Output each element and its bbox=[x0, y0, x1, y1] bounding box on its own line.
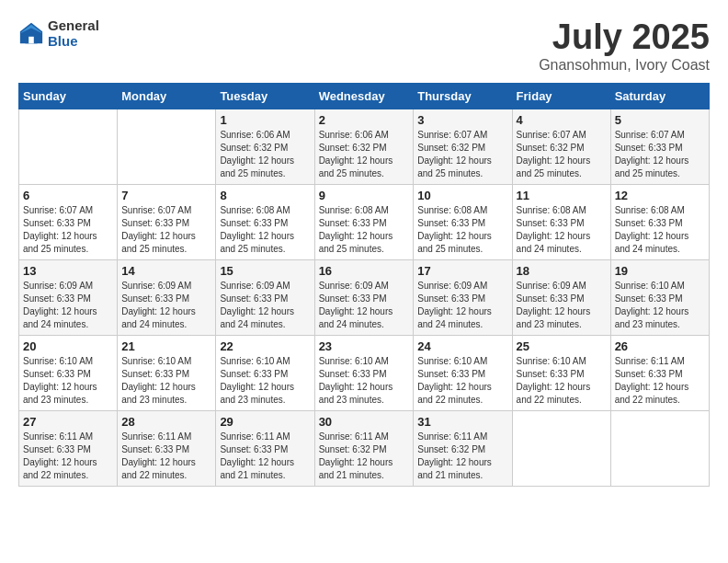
calendar-cell: 25Sunrise: 6:10 AM Sunset: 6:33 PM Dayli… bbox=[512, 335, 610, 410]
day-number: 28 bbox=[121, 415, 211, 429]
calendar-table: SundayMondayTuesdayWednesdayThursdayFrid… bbox=[18, 83, 710, 487]
title-block: July 2025 Gnansohmun, Ivory Coast bbox=[539, 18, 710, 74]
day-info: Sunrise: 6:09 AM Sunset: 6:33 PM Dayligh… bbox=[517, 280, 607, 331]
logo-general: General bbox=[48, 18, 99, 34]
calendar-cell: 6Sunrise: 6:07 AM Sunset: 6:33 PM Daylig… bbox=[19, 184, 118, 259]
calendar-cell: 13Sunrise: 6:09 AM Sunset: 6:33 PM Dayli… bbox=[19, 259, 118, 335]
weekday-header-friday: Friday bbox=[512, 83, 610, 109]
day-number: 27 bbox=[23, 415, 113, 429]
calendar-cell: 22Sunrise: 6:10 AM Sunset: 6:33 PM Dayli… bbox=[216, 335, 314, 410]
calendar-cell: 18Sunrise: 6:09 AM Sunset: 6:33 PM Dayli… bbox=[512, 259, 610, 335]
day-info: Sunrise: 6:11 AM Sunset: 6:33 PM Dayligh… bbox=[121, 431, 211, 482]
calendar-cell: 20Sunrise: 6:10 AM Sunset: 6:33 PM Dayli… bbox=[19, 335, 118, 410]
calendar-cell: 11Sunrise: 6:08 AM Sunset: 6:33 PM Dayli… bbox=[512, 184, 610, 259]
day-number: 22 bbox=[220, 339, 310, 353]
calendar-cell: 7Sunrise: 6:07 AM Sunset: 6:33 PM Daylig… bbox=[118, 184, 216, 259]
day-info: Sunrise: 6:06 AM Sunset: 6:32 PM Dayligh… bbox=[220, 129, 310, 180]
day-info: Sunrise: 6:10 AM Sunset: 6:33 PM Dayligh… bbox=[121, 355, 211, 407]
day-number: 5 bbox=[615, 113, 705, 127]
calendar-week-row: 6Sunrise: 6:07 AM Sunset: 6:33 PM Daylig… bbox=[19, 184, 710, 259]
calendar-week-row: 13Sunrise: 6:09 AM Sunset: 6:33 PM Dayli… bbox=[19, 259, 710, 335]
calendar-cell: 10Sunrise: 6:08 AM Sunset: 6:33 PM Dayli… bbox=[414, 184, 512, 259]
day-info: Sunrise: 6:11 AM Sunset: 6:32 PM Dayligh… bbox=[417, 431, 507, 482]
weekday-header-row: SundayMondayTuesdayWednesdayThursdayFrid… bbox=[19, 83, 710, 109]
day-info: Sunrise: 6:11 AM Sunset: 6:32 PM Dayligh… bbox=[319, 431, 410, 482]
svg-rect-3 bbox=[28, 36, 34, 42]
day-number: 8 bbox=[220, 189, 310, 202]
day-info: Sunrise: 6:11 AM Sunset: 6:33 PM Dayligh… bbox=[23, 431, 113, 482]
day-info: Sunrise: 6:07 AM Sunset: 6:33 PM Dayligh… bbox=[615, 129, 705, 180]
day-number: 1 bbox=[220, 113, 310, 127]
calendar-cell bbox=[512, 410, 610, 486]
calendar-cell: 19Sunrise: 6:10 AM Sunset: 6:33 PM Dayli… bbox=[610, 259, 709, 335]
calendar-cell: 8Sunrise: 6:08 AM Sunset: 6:33 PM Daylig… bbox=[216, 184, 314, 259]
day-info: Sunrise: 6:08 AM Sunset: 6:33 PM Dayligh… bbox=[615, 204, 705, 256]
day-info: Sunrise: 6:08 AM Sunset: 6:33 PM Dayligh… bbox=[319, 204, 410, 256]
day-info: Sunrise: 6:09 AM Sunset: 6:33 PM Dayligh… bbox=[319, 280, 410, 331]
day-info: Sunrise: 6:09 AM Sunset: 6:33 PM Dayligh… bbox=[121, 280, 211, 331]
day-info: Sunrise: 6:07 AM Sunset: 6:33 PM Dayligh… bbox=[121, 204, 211, 256]
day-info: Sunrise: 6:08 AM Sunset: 6:33 PM Dayligh… bbox=[417, 204, 507, 256]
day-info: Sunrise: 6:06 AM Sunset: 6:32 PM Dayligh… bbox=[319, 129, 410, 180]
day-number: 29 bbox=[220, 415, 310, 429]
weekday-header-thursday: Thursday bbox=[414, 83, 512, 109]
day-number: 20 bbox=[23, 339, 113, 353]
day-number: 10 bbox=[417, 189, 507, 202]
day-info: Sunrise: 6:09 AM Sunset: 6:33 PM Dayligh… bbox=[220, 280, 310, 331]
day-info: Sunrise: 6:10 AM Sunset: 6:33 PM Dayligh… bbox=[517, 355, 607, 407]
calendar-cell: 9Sunrise: 6:08 AM Sunset: 6:33 PM Daylig… bbox=[314, 184, 414, 259]
day-number: 25 bbox=[517, 339, 607, 353]
day-number: 12 bbox=[615, 189, 705, 202]
day-info: Sunrise: 6:08 AM Sunset: 6:33 PM Dayligh… bbox=[220, 204, 310, 256]
calendar-cell: 21Sunrise: 6:10 AM Sunset: 6:33 PM Dayli… bbox=[118, 335, 216, 410]
calendar-cell: 27Sunrise: 6:11 AM Sunset: 6:33 PM Dayli… bbox=[19, 410, 118, 486]
day-info: Sunrise: 6:11 AM Sunset: 6:33 PM Dayligh… bbox=[220, 431, 310, 482]
calendar-cell: 15Sunrise: 6:09 AM Sunset: 6:33 PM Dayli… bbox=[216, 259, 314, 335]
day-number: 2 bbox=[319, 113, 410, 127]
day-info: Sunrise: 6:07 AM Sunset: 6:33 PM Dayligh… bbox=[23, 204, 113, 256]
calendar-subtitle: Gnansohmun, Ivory Coast bbox=[539, 57, 710, 74]
calendar-cell: 2Sunrise: 6:06 AM Sunset: 6:32 PM Daylig… bbox=[314, 109, 414, 184]
weekday-header-sunday: Sunday bbox=[19, 83, 118, 109]
weekday-header-monday: Monday bbox=[118, 83, 216, 109]
day-number: 24 bbox=[417, 339, 507, 353]
day-number: 9 bbox=[319, 189, 410, 202]
calendar-cell: 5Sunrise: 6:07 AM Sunset: 6:33 PM Daylig… bbox=[610, 109, 709, 184]
day-info: Sunrise: 6:08 AM Sunset: 6:33 PM Dayligh… bbox=[517, 204, 607, 256]
calendar-cell: 16Sunrise: 6:09 AM Sunset: 6:33 PM Dayli… bbox=[314, 259, 414, 335]
calendar-cell: 24Sunrise: 6:10 AM Sunset: 6:33 PM Dayli… bbox=[414, 335, 512, 410]
day-number: 6 bbox=[23, 189, 113, 202]
logo-icon bbox=[18, 21, 44, 47]
calendar-cell: 23Sunrise: 6:10 AM Sunset: 6:33 PM Dayli… bbox=[314, 335, 414, 410]
calendar-cell: 14Sunrise: 6:09 AM Sunset: 6:33 PM Dayli… bbox=[118, 259, 216, 335]
day-number: 17 bbox=[417, 264, 507, 278]
day-info: Sunrise: 6:07 AM Sunset: 6:32 PM Dayligh… bbox=[417, 129, 507, 180]
logo-text: General Blue bbox=[48, 18, 99, 49]
weekday-header-wednesday: Wednesday bbox=[314, 83, 414, 109]
day-info: Sunrise: 6:10 AM Sunset: 6:33 PM Dayligh… bbox=[220, 355, 310, 407]
day-info: Sunrise: 6:07 AM Sunset: 6:32 PM Dayligh… bbox=[517, 129, 607, 180]
day-number: 30 bbox=[319, 415, 410, 429]
day-info: Sunrise: 6:10 AM Sunset: 6:33 PM Dayligh… bbox=[615, 280, 705, 331]
weekday-header-saturday: Saturday bbox=[610, 83, 709, 109]
day-number: 3 bbox=[417, 113, 507, 127]
calendar-cell: 1Sunrise: 6:06 AM Sunset: 6:32 PM Daylig… bbox=[216, 109, 314, 184]
day-number: 26 bbox=[615, 339, 705, 353]
day-number: 23 bbox=[319, 339, 410, 353]
calendar-cell: 4Sunrise: 6:07 AM Sunset: 6:32 PM Daylig… bbox=[512, 109, 610, 184]
calendar-cell: 29Sunrise: 6:11 AM Sunset: 6:33 PM Dayli… bbox=[216, 410, 314, 486]
calendar-cell bbox=[118, 109, 216, 184]
calendar-cell: 3Sunrise: 6:07 AM Sunset: 6:32 PM Daylig… bbox=[414, 109, 512, 184]
day-info: Sunrise: 6:09 AM Sunset: 6:33 PM Dayligh… bbox=[417, 280, 507, 331]
day-number: 18 bbox=[517, 264, 607, 278]
day-number: 31 bbox=[417, 415, 507, 429]
calendar-title: July 2025 bbox=[539, 18, 710, 57]
calendar-cell: 31Sunrise: 6:11 AM Sunset: 6:32 PM Dayli… bbox=[414, 410, 512, 486]
day-info: Sunrise: 6:09 AM Sunset: 6:33 PM Dayligh… bbox=[23, 280, 113, 331]
calendar-week-row: 1Sunrise: 6:06 AM Sunset: 6:32 PM Daylig… bbox=[19, 109, 710, 184]
day-number: 14 bbox=[121, 264, 211, 278]
calendar-cell: 12Sunrise: 6:08 AM Sunset: 6:33 PM Dayli… bbox=[610, 184, 709, 259]
day-number: 13 bbox=[23, 264, 113, 278]
day-number: 7 bbox=[121, 189, 211, 202]
calendar-cell: 30Sunrise: 6:11 AM Sunset: 6:32 PM Dayli… bbox=[314, 410, 414, 486]
